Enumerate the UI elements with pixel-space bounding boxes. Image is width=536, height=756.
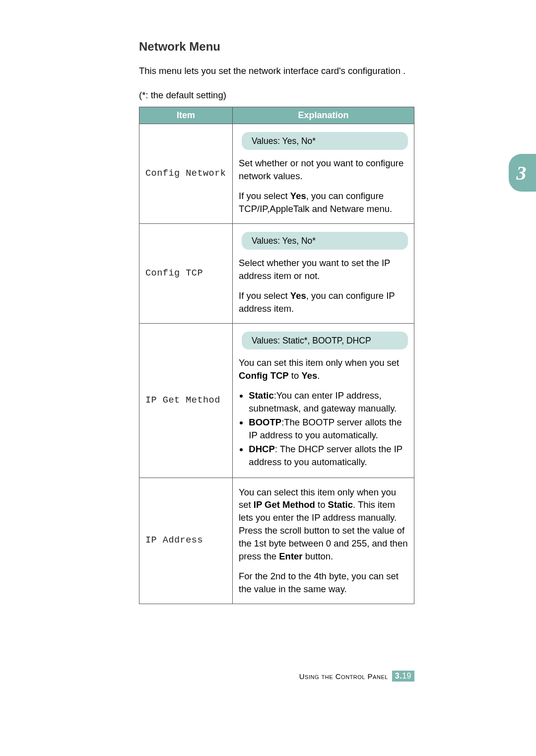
chapter-number: 3	[517, 161, 527, 185]
network-menu-table: Item Explanation Config Network Values: …	[139, 107, 414, 604]
item-ip-get-method: IP Get Method	[139, 323, 233, 478]
item-config-tcp: Config TCP	[139, 223, 233, 323]
list-item: BOOTP:The BOOTP server allots the IP add…	[249, 416, 408, 442]
item-config-network: Config Network	[139, 124, 233, 223]
explanation-config-tcp: Values: Yes, No* Select whether you want…	[233, 223, 414, 323]
explanation-text: Set whether or not you want to configure…	[239, 157, 408, 183]
explanation-text: You can select this item only when you s…	[239, 486, 408, 563]
section-title: Network Menu	[139, 40, 414, 54]
table-row: Config Network Values: Yes, No* Set whet…	[139, 124, 414, 223]
list-item: Static:You can enter IP address, subnetm…	[249, 389, 408, 415]
values-pill: Values: Static*, BOOTP, DHCP	[242, 332, 408, 350]
table-row: Config TCP Values: Yes, No* Select wheth…	[139, 223, 414, 323]
footer-section-title: Using the Control Panel	[299, 672, 388, 681]
bullet-list: Static:You can enter IP address, subnetm…	[239, 389, 408, 468]
chapter-tab: 3	[509, 154, 536, 192]
item-ip-address: IP Address	[139, 478, 233, 604]
explanation-ip-get-method: Values: Static*, BOOTP, DHCP You can set…	[233, 323, 414, 478]
page-content: Network Menu This menu lets you set the …	[139, 40, 414, 604]
explanation-text: If you select Yes, you can configure IP …	[239, 289, 408, 315]
explanation-config-network: Values: Yes, No* Set whether or not you …	[233, 124, 414, 223]
values-pill: Values: Yes, No*	[242, 232, 408, 250]
explanation-ip-address: You can select this item only when you s…	[233, 478, 414, 604]
footer-page-number: 3.19	[392, 671, 414, 682]
header-explanation: Explanation	[233, 107, 414, 124]
page-footer: Using the Control Panel 3.19	[299, 671, 414, 682]
list-item: DHCP: The DHCP server allots the IP addr…	[249, 443, 408, 469]
explanation-text: For the 2nd to the 4th byte, you can set…	[239, 570, 408, 596]
values-pill: Values: Yes, No*	[242, 132, 408, 150]
table-header-row: Item Explanation	[139, 107, 414, 124]
header-item: Item	[139, 107, 233, 124]
explanation-text: If you select Yes, you can configure TCP…	[239, 190, 408, 215]
table-row: IP Address You can select this item only…	[139, 478, 414, 604]
intro-paragraph: This menu lets you set the network inter…	[139, 65, 414, 78]
table-row: IP Get Method Values: Static*, BOOTP, DH…	[139, 323, 414, 478]
explanation-text: You can set this item only when you set …	[239, 356, 408, 382]
explanation-text: Select whether you want to set the IP ad…	[239, 257, 408, 282]
default-setting-note: (*: the default setting)	[139, 90, 414, 101]
